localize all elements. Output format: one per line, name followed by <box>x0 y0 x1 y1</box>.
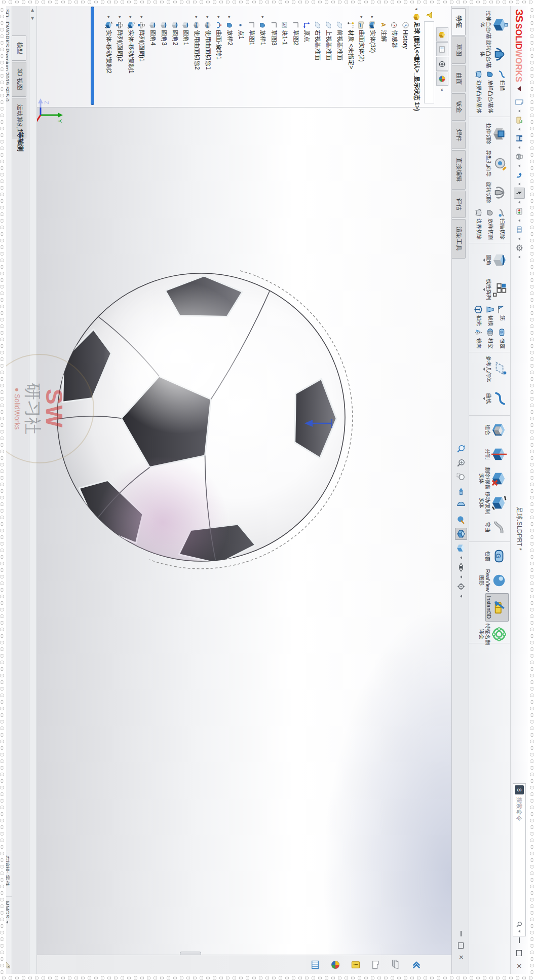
tree-item[interactable]: ▸实体-移动/复制2 <box>103 6 115 107</box>
tab-scroll-left-icon[interactable]: ◀ <box>31 6 35 14</box>
zoom-area-button[interactable] <box>455 457 467 469</box>
tree-item[interactable]: ▸阵列(圆周)2 <box>115 6 126 107</box>
tree-item[interactable]: A°块1-1 <box>279 6 290 107</box>
ribbon-button[interactable]: 镜向 <box>473 328 484 349</box>
model-tab-3D 视图[interactable]: 3D 视图 <box>12 62 26 97</box>
tab-scroll-right-icon[interactable]: ▶ <box>31 14 35 22</box>
ribbon-button[interactable]: 放样凸台/基体 <box>485 70 496 114</box>
file-explorer-tab[interactable] <box>369 958 383 971</box>
search-icon[interactable] <box>516 921 523 928</box>
instant3d-drag-arrow[interactable] <box>301 415 335 432</box>
command-tab-特征[interactable]: 特征 <box>452 8 466 35</box>
close-button[interactable]: ✕ <box>516 963 523 969</box>
expander-icon[interactable]: ▸ <box>205 16 210 21</box>
restore-button[interactable] <box>517 950 522 956</box>
tree-item[interactable]: ▸曲面-旋转1 <box>213 6 224 107</box>
ribbon-button[interactable]: 相交 <box>485 328 496 349</box>
command-tab-直接编辑[interactable]: 直接编辑 <box>452 150 466 190</box>
command-tab-曲面[interactable]: 曲面 <box>452 65 466 92</box>
expand-task-pane-tab[interactable] <box>410 958 423 971</box>
search-scope-icon[interactable]: S <box>515 785 524 794</box>
flyout-caret-icon[interactable] <box>518 183 520 186</box>
rollback-bar[interactable] <box>91 7 94 104</box>
tree-item[interactable]: A注解 <box>378 6 389 107</box>
view-orientation-button[interactable] <box>455 528 467 540</box>
tree-item[interactable]: ▸阵列(圆周)1 <box>136 6 147 107</box>
tree-item[interactable]: ▾足球 (默认<<默认>_显示状态 1>) <box>411 6 422 107</box>
ribbon-button[interactable]: G包覆 <box>484 545 509 568</box>
tree-item[interactable]: ▸曲面实体(2) <box>356 6 367 107</box>
tree-item[interactable]: 圆角3 <box>159 6 170 107</box>
options-gear-button[interactable] <box>514 242 525 253</box>
tree-item[interactable]: ▸实体(32) <box>367 6 378 107</box>
ribbon-button[interactable]: 曲线 <box>483 384 509 413</box>
property-manager-tab[interactable] <box>436 42 448 56</box>
flyout-caret-icon[interactable] <box>518 237 520 240</box>
ribbon-button[interactable]: 抽壳 <box>473 305 484 326</box>
flyout-caret-icon[interactable] <box>483 368 485 371</box>
print-button[interactable] <box>514 151 525 162</box>
ribbon-button[interactable]: Instant3D <box>485 593 509 622</box>
section-view-button[interactable] <box>455 499 467 512</box>
appearances-scenes-tab[interactable] <box>329 958 342 971</box>
expander-icon[interactable]: ▸ <box>227 16 232 21</box>
panel-splitter[interactable] <box>37 107 451 107</box>
design-library-tab[interactable]: ! <box>349 958 362 971</box>
command-tab-渲染工具[interactable]: 渲染工具 <box>452 219 466 259</box>
tree-item[interactable]: 材质 <未指定> <box>345 6 356 107</box>
search-input[interactable]: 搜索命令 <box>515 797 524 921</box>
tree-item[interactable]: ▸实体-移动/复制1 <box>125 6 136 107</box>
ribbon-button[interactable]: 分割 <box>484 443 509 466</box>
command-tab-焊件[interactable]: 焊件 <box>452 122 466 149</box>
zoom-fit-button[interactable] <box>455 443 467 455</box>
shortcut-bar-button[interactable] <box>514 224 525 235</box>
tree-item[interactable]: 上视基准面 <box>323 6 334 107</box>
flyout-caret-icon[interactable] <box>483 259 485 262</box>
ribbon-button[interactable]: 异型孔向导 <box>485 149 509 177</box>
ribbon-button[interactable]: 边界凸台/基体 <box>473 70 484 114</box>
tree-item[interactable]: 圆角4 <box>147 6 159 107</box>
graphics-viewport[interactable]: » ▾足球 (默认<<默认>_显示状态 1>)History传感器A注解▸实体(… <box>37 6 451 955</box>
flyout-caret-icon[interactable] <box>460 556 462 559</box>
feature-manager-tab[interactable] <box>436 27 448 42</box>
solidworks-resources-tab[interactable] <box>309 958 322 971</box>
expander-icon[interactable]: ▸ <box>370 16 375 21</box>
fm-tab-overflow-icon[interactable]: » <box>439 88 445 91</box>
ribbon-button[interactable]: 线性阵列 <box>483 275 509 304</box>
configuration-manager-tab[interactable] <box>436 57 448 71</box>
tree-item[interactable]: 圆角1 <box>180 6 192 107</box>
status-units-cell[interactable]: MMGS <box>6 896 12 928</box>
display-style-button[interactable] <box>455 542 467 554</box>
expander-icon[interactable]: ▾ <box>414 8 419 13</box>
flyout-caret-icon[interactable] <box>460 595 462 598</box>
search-box[interactable]: S 搜索命令 <box>513 783 526 936</box>
tree-item[interactable]: 原点 <box>301 6 312 107</box>
tree-item[interactable]: 圆角2 <box>169 6 180 107</box>
doc-restore-button[interactable] <box>459 942 464 949</box>
command-tab-评估[interactable]: 评估 <box>452 191 466 218</box>
open-document-button[interactable] <box>514 115 525 126</box>
flyout-caret-icon[interactable] <box>518 164 520 167</box>
flyout-caret-icon[interactable] <box>518 256 520 259</box>
flyout-caret-icon[interactable] <box>518 219 520 222</box>
flyout-caret-icon[interactable] <box>518 110 520 113</box>
horizontal-scrollbar[interactable]: ◀ ▶ <box>29 6 37 974</box>
tree-item[interactable]: 草图3 <box>268 6 279 107</box>
ribbon-button[interactable]: RealView 图形 <box>479 569 509 592</box>
hide-show-items-button[interactable] <box>455 561 467 573</box>
panel-splitter-handle[interactable] <box>180 952 201 955</box>
tree-item[interactable]: ▸使用曲面切除2 <box>192 6 203 107</box>
flyout-caret-icon[interactable] <box>460 575 462 578</box>
command-tab-钣金[interactable]: 钣金 <box>452 93 466 121</box>
ribbon-button[interactable]: 旋转切除 <box>485 178 509 207</box>
model-tab-模型[interactable]: 模型 <box>12 35 26 61</box>
ribbon-button[interactable]: 拉伸切除 <box>485 120 509 148</box>
ribbon-button[interactable]: 删除/保留实体 <box>479 467 509 490</box>
flyout-caret-icon[interactable] <box>518 128 520 131</box>
flyout-caret-icon[interactable] <box>483 397 485 400</box>
ribbon-button[interactable]: 扫描切除 <box>497 208 508 240</box>
display-manager-tab[interactable] <box>436 71 448 86</box>
ribbon-button[interactable]: 参考几何体 <box>483 355 509 383</box>
tree-item[interactable]: ▸放样1 <box>257 6 269 107</box>
new-document-button[interactable] <box>514 96 525 107</box>
